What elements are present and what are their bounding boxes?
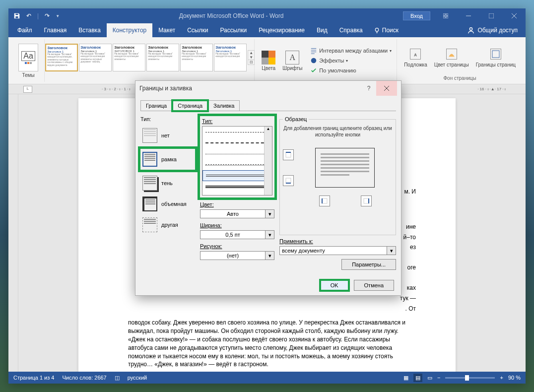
set-default-button[interactable]: По умолчанию: [308, 66, 394, 75]
style-gallery-more[interactable]: ▲▼⊟: [248, 50, 255, 65]
ok-button[interactable]: OK: [320, 280, 349, 291]
dialog-tab-shading[interactable]: Заливка: [208, 100, 240, 111]
bottom-border-toggle[interactable]: [283, 175, 294, 186]
tab-insert[interactable]: Вставка: [72, 23, 107, 37]
svg-point-10: [311, 58, 317, 64]
undo-icon[interactable]: ↶: [26, 12, 31, 19]
titlebar: ↶ | ↷ ▼ Документ Microsoft Office Word -…: [8, 8, 526, 23]
dialog-tab-page[interactable]: Страница: [172, 100, 208, 111]
chevron-down-icon: ▾: [387, 246, 396, 255]
zoom-level[interactable]: 90 %: [508, 375, 521, 381]
left-border-toggle[interactable]: [319, 196, 330, 206]
tab-help[interactable]: Справка: [334, 23, 369, 37]
dialog-close-button[interactable]: [376, 81, 397, 96]
page-color-button[interactable]: Цвет страницы: [431, 46, 472, 68]
svg-point-9: [470, 28, 472, 30]
border-type-custom[interactable]: другая: [140, 214, 195, 235]
print-layout-icon[interactable]: ▤: [413, 374, 422, 382]
svg-rect-5: [489, 13, 494, 18]
ribbon: Aa Темы ЗаголовокЗаголовок 1На вкладке "…: [8, 37, 526, 84]
svg-rect-24: [364, 198, 369, 203]
style-set-thumb[interactable]: ЗаголовокЗаголовок 1На вкладке "Вставка"…: [146, 44, 179, 71]
tab-view[interactable]: Вид: [311, 23, 334, 37]
cancel-button[interactable]: Отмена: [354, 280, 394, 291]
watermark-button[interactable]: AПодложка: [401, 46, 430, 68]
svg-rect-18: [286, 152, 291, 157]
right-border-toggle[interactable]: [361, 196, 372, 206]
tab-design[interactable]: Конструктор: [107, 23, 152, 37]
sample-fieldset: Образец Для добавления границ щелкните о…: [279, 116, 396, 235]
scrollbar[interactable]: ▲: [264, 127, 272, 195]
colors-button[interactable]: Цвета: [259, 50, 278, 72]
vertical-ruler[interactable]: [8, 94, 18, 372]
close-button[interactable]: [503, 8, 526, 23]
spell-check-icon[interactable]: ◫: [115, 375, 120, 381]
fonts-button[interactable]: AШрифты: [279, 50, 305, 72]
apply-to-label: Применить к:: [279, 238, 396, 244]
chevron-down-icon: ▾: [266, 251, 274, 260]
border-type-box[interactable]: рамка: [140, 149, 195, 170]
login-button[interactable]: Вход: [403, 11, 430, 20]
web-layout-icon[interactable]: ▭: [427, 375, 432, 381]
tab-mailings[interactable]: Рассылки: [214, 23, 253, 37]
border-type-3d[interactable]: объемная: [140, 194, 195, 214]
dialog-help-button[interactable]: ?: [361, 81, 376, 96]
share-button[interactable]: Общий доступ: [467, 23, 523, 37]
page-indicator[interactable]: Страница 1 из 4: [13, 375, 54, 381]
word-count[interactable]: Число слов: 2667: [62, 375, 106, 381]
zoom-slider[interactable]: [445, 377, 495, 379]
style-set-thumb[interactable]: ЗаголовокЗаголовок 1На вкладке "Вставка"…: [45, 44, 78, 71]
person-icon: [467, 27, 474, 34]
top-border-toggle[interactable]: [283, 149, 294, 160]
qat-dropdown-icon[interactable]: ▼: [56, 14, 60, 18]
tab-selector[interactable]: L: [23, 86, 32, 93]
border-width-combo[interactable]: 0,5 пт ▾: [200, 230, 274, 239]
themes-button[interactable]: Aa Темы: [15, 43, 41, 79]
style-set-thumb[interactable]: ЗаголовокЗАГОЛОВОК 1На вкладке "Вставка"…: [113, 44, 145, 71]
minimize-button[interactable]: [457, 8, 480, 23]
border-type-shadow[interactable]: тень: [140, 173, 195, 194]
svg-text:A: A: [414, 53, 417, 57]
close-icon: [384, 86, 389, 91]
window-title: Документ Microsoft Office Word - Word: [60, 12, 403, 19]
zoom-out-button[interactable]: −: [437, 375, 440, 381]
border-art-combo[interactable]: (нет) ▾: [200, 251, 274, 260]
tab-references[interactable]: Ссылки: [181, 23, 214, 37]
border-preview[interactable]: [315, 148, 375, 188]
ribbon-options-icon[interactable]: [434, 8, 457, 23]
apply-to-combo[interactable]: всему документу ▾: [279, 246, 396, 255]
border-style-list[interactable]: ▲: [202, 126, 272, 196]
zoom-in-button[interactable]: +: [500, 375, 503, 381]
style-set-thumb[interactable]: ЗаголовокЗаголовок 1На вкладке "Вставка"…: [180, 44, 213, 71]
effects-button[interactable]: Эффекты▾: [308, 56, 394, 65]
borders-shading-dialog: Границы и заливка ? Граница Страница Зал…: [135, 80, 401, 296]
style-set-thumb[interactable]: ЗаголовокЗаголовок 1На вкладке "Вставка"…: [214, 44, 247, 71]
page-borders-button[interactable]: Границы страниц: [473, 46, 519, 68]
dialog-titlebar[interactable]: Границы и заливка ?: [135, 81, 401, 96]
sample-hint: Для добавления границ щелкните образец и…: [283, 125, 393, 138]
options-button[interactable]: Параметры...: [341, 259, 396, 270]
dialog-tab-border[interactable]: Граница: [140, 100, 172, 111]
language-indicator[interactable]: русский: [128, 375, 147, 381]
art-label: Рисунок:: [200, 243, 274, 249]
border-color-combo[interactable]: Авто ▾: [200, 209, 274, 218]
width-label: Ширина:: [200, 222, 274, 228]
paragraph-spacing-button[interactable]: Интервал между абзацами▾: [308, 46, 394, 55]
tab-home[interactable]: Главная: [38, 23, 73, 37]
style-label: Тип:: [202, 118, 272, 124]
read-mode-icon[interactable]: ▦: [403, 375, 408, 381]
tab-file[interactable]: Файл: [11, 23, 38, 37]
tab-review[interactable]: Рецензирование: [253, 23, 311, 37]
search-button[interactable]: Поиск: [369, 23, 403, 37]
redo-icon[interactable]: ↷: [45, 12, 50, 19]
svg-rect-20: [286, 178, 291, 183]
border-type-none[interactable]: нет: [140, 125, 195, 146]
dialog-tabs: Граница Страница Заливка: [135, 96, 401, 111]
maximize-button[interactable]: [480, 8, 503, 23]
lightbulb-icon: [374, 27, 380, 34]
svg-rect-1: [446, 13, 448, 15]
tab-layout[interactable]: Макет: [152, 23, 181, 37]
svg-point-8: [375, 28, 379, 31]
style-set-thumb[interactable]: ЗаголовокЗаголовок 1На вкладке "Вставка"…: [79, 44, 112, 71]
save-icon[interactable]: [13, 12, 20, 19]
